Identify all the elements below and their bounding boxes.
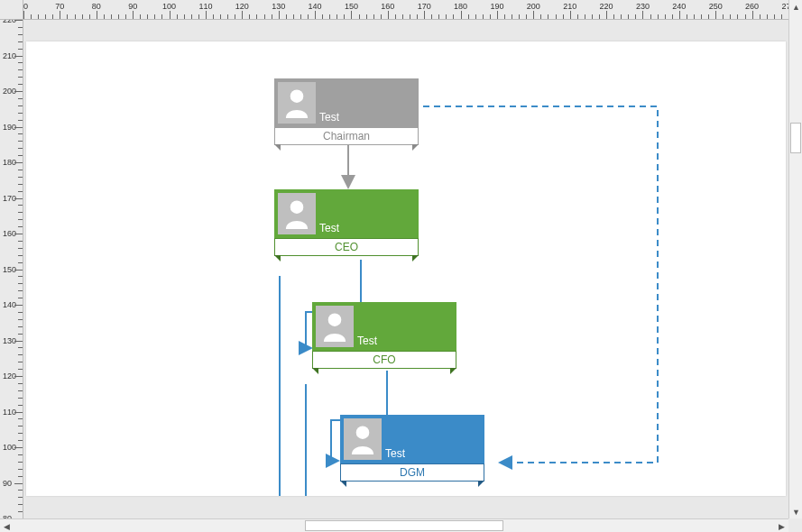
scroll-right-button[interactable]: ▶	[775, 519, 788, 532]
scroll-up-button[interactable]: ▲	[789, 0, 802, 14]
node-ceo[interactable]: Test CEO	[274, 189, 419, 256]
node-body[interactable]: Test	[312, 302, 456, 351]
avatar-icon	[316, 306, 354, 347]
node-title: CFO	[312, 351, 456, 369]
ruler-h-label: 240	[672, 2, 686, 11]
ruler-vertical: 2202102001901801701601501401301201101009…	[0, 20, 23, 518]
ruler-h-label: 190	[490, 2, 503, 11]
svg-point-1	[290, 200, 304, 214]
ruler-h-label: 120	[235, 2, 249, 11]
ruler-v-label: 90	[3, 479, 12, 488]
node-chairman[interactable]: Test Chairman	[274, 78, 419, 145]
canvas[interactable]: Test Chairman Test CEO Test CFO	[23, 20, 788, 518]
node-body[interactable]: Test	[274, 189, 419, 238]
scroll-down-button[interactable]: ▼	[789, 505, 802, 518]
ruler-corner	[0, 0, 23, 20]
svg-point-0	[290, 89, 304, 103]
ruler-h-label: 160	[381, 2, 394, 11]
node-dgm[interactable]: Test DGM	[340, 415, 484, 482]
scroll-corner	[788, 518, 802, 532]
ruler-h-label: 210	[563, 2, 576, 11]
ruler-h-label: 110	[198, 2, 212, 11]
scrollbar-vertical[interactable]: ▲ ▼	[788, 0, 802, 518]
ruler-horizontal: 6070809010011012013014015016017018019020…	[23, 0, 788, 20]
ruler-h-label: 260	[745, 2, 759, 11]
edge-chairman-dgm-dashed[interactable]	[423, 106, 658, 463]
node-title: CEO	[274, 238, 419, 256]
scroll-left-button[interactable]: ◀	[0, 519, 14, 532]
ruler-h-label: 60	[23, 2, 28, 11]
ruler-h-label: 230	[636, 2, 650, 11]
ruler-h-label: 170	[418, 2, 431, 11]
ruler-h-label: 100	[162, 2, 176, 11]
ruler-h-label: 90	[128, 2, 137, 11]
avatar-icon	[344, 418, 382, 460]
page[interactable]: Test Chairman Test CEO Test CFO	[26, 41, 786, 496]
svg-point-2	[328, 313, 342, 326]
node-name: Test	[319, 222, 339, 234]
node-name: Test	[319, 111, 339, 124]
avatar-icon	[278, 82, 316, 124]
avatar-icon	[278, 193, 316, 234]
scroll-thumb-h[interactable]	[305, 520, 503, 531]
ruler-v-label: 80	[3, 514, 12, 518]
scroll-thumb-v[interactable]	[790, 123, 801, 153]
node-body[interactable]: Test	[340, 415, 484, 463]
ruler-h-label: 270	[781, 2, 788, 11]
node-title: DGM	[340, 463, 484, 482]
ruler-h-label: 150	[345, 2, 358, 11]
svg-point-3	[356, 426, 370, 439]
ruler-h-label: 70	[55, 2, 64, 11]
ruler-h-label: 80	[92, 2, 101, 11]
node-name: Test	[357, 335, 377, 347]
ruler-h-label: 180	[454, 2, 467, 11]
ruler-h-label: 130	[272, 2, 285, 11]
ruler-h-label: 200	[527, 2, 540, 11]
scrollbar-horizontal[interactable]: ◀ ▶	[0, 518, 788, 532]
node-cfo[interactable]: Test CFO	[312, 302, 456, 369]
node-name: Test	[385, 447, 405, 460]
node-body[interactable]: Test	[274, 78, 419, 127]
ruler-h-label: 140	[309, 2, 322, 11]
ruler-h-label: 220	[600, 2, 613, 11]
ruler-h-label: 250	[709, 2, 723, 11]
node-title: Chairman	[274, 127, 419, 145]
